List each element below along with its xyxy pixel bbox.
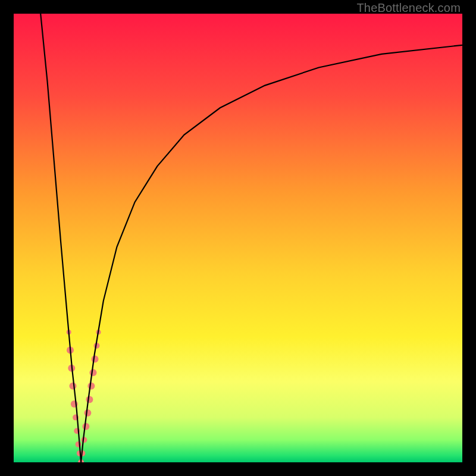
data-marker xyxy=(87,383,95,390)
data-marker xyxy=(84,409,91,416)
data-marker xyxy=(76,441,82,447)
bottleneck-curve xyxy=(14,14,462,462)
data-marker xyxy=(90,369,97,376)
chart-frame: TheBottleneck.com xyxy=(0,0,476,476)
watermark-text: TheBottleneck.com xyxy=(356,1,461,15)
plot-area xyxy=(14,14,462,462)
curve-right-branch xyxy=(81,45,462,462)
data-marker xyxy=(82,423,89,430)
curve-left-branch xyxy=(40,14,81,462)
data-marker xyxy=(86,396,93,403)
data-marker xyxy=(70,383,77,390)
data-marker xyxy=(92,356,99,363)
